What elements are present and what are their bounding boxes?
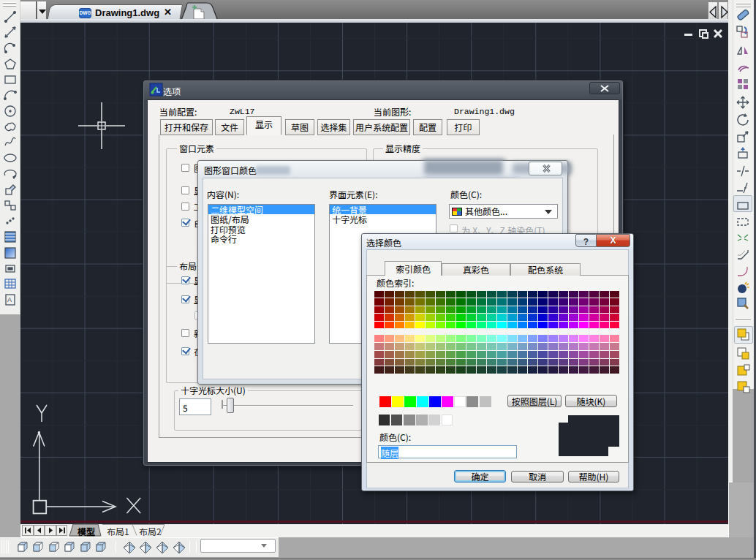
svg-text:A: A	[7, 296, 12, 303]
